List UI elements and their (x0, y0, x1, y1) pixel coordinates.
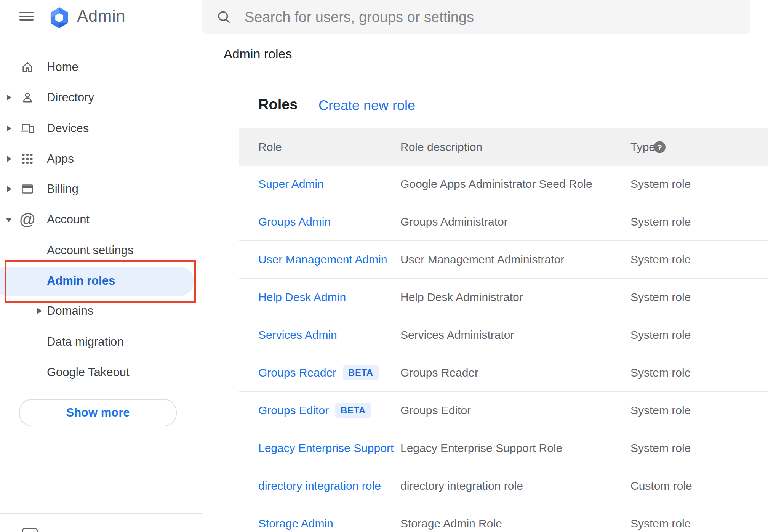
table-row: Help Desk Admin Help Desk Administrator … (239, 279, 768, 316)
table-row: Super Admin Google Apps Administrator Se… (239, 165, 768, 203)
chevron-right-icon[interactable] (37, 308, 42, 314)
role-type: System role (630, 328, 691, 341)
roles-card: Roles Create new role Role Role descript… (239, 85, 768, 532)
column-header-description: Role description (400, 141, 482, 154)
help-icon[interactable]: ? (654, 141, 666, 153)
chevron-right-icon[interactable] (7, 125, 11, 131)
role-description: Google Apps Administrator Seed Role (400, 178, 592, 191)
role-link[interactable]: Groups Reader (258, 366, 336, 379)
chevron-down-icon[interactable] (6, 218, 12, 222)
role-description: User Management Administrator (400, 253, 564, 266)
role-description: Groups Administrator (400, 215, 508, 228)
home-icon (21, 60, 34, 74)
role-description: Storage Admin Role (400, 517, 502, 530)
table-row: Services Admin Services Administrator Sy… (239, 316, 768, 354)
sidebar-item-directory[interactable]: Directory (0, 82, 202, 113)
role-type: System role (630, 178, 691, 191)
role-link[interactable]: Help Desk Admin (258, 291, 346, 304)
sidebar-item-apps[interactable]: Apps (0, 144, 202, 174)
role-link[interactable]: User Management Admin (258, 253, 387, 266)
header-divider (202, 66, 768, 66)
sidebar-item-google-takeout[interactable]: Google Takeout (0, 357, 202, 388)
table-row: Legacy Enterprise Support Legacy Enterpr… (239, 429, 768, 467)
role-description: Help Desk Administrator (400, 291, 523, 304)
role-link[interactable]: Super Admin (258, 178, 324, 191)
sidebar-section-divider (0, 513, 202, 514)
role-description: Groups Editor (400, 404, 471, 417)
credit-card-icon (21, 182, 34, 196)
sidebar-item-account[interactable]: @ Account (0, 204, 202, 235)
role-type: Custom role (630, 479, 692, 492)
role-type: System role (630, 291, 691, 304)
roles-table-body: Super Admin Google Apps Administrator Se… (239, 165, 768, 532)
search-bar[interactable] (202, 0, 750, 34)
role-link[interactable]: Groups Editor (258, 404, 329, 417)
chevron-right-icon[interactable] (7, 95, 11, 101)
table-header-row: Role Role description Type ? (239, 128, 768, 166)
role-type: System role (630, 404, 691, 417)
role-type: System role (630, 442, 691, 455)
role-description: Services Administrator (400, 328, 514, 341)
table-row: Groups Reader BETA Groups Reader System … (239, 354, 768, 392)
table-row: directory integration role directory int… (239, 467, 768, 505)
sidebar-item-home[interactable]: Home (0, 52, 202, 82)
role-type: System role (630, 215, 691, 228)
beta-badge: BETA (335, 403, 371, 418)
role-description: Legacy Enterprise Support Role (400, 442, 562, 455)
table-row: Groups Admin Groups Administrator System… (239, 203, 768, 241)
hamburger-menu-icon[interactable] (19, 12, 34, 21)
table-row: Storage Admin Storage Admin Role System … (239, 505, 768, 532)
admin-console-page: Admin Home Directory (0, 0, 768, 532)
role-type: System role (630, 517, 691, 530)
annotation-highlight-box (5, 260, 196, 303)
role-link[interactable]: Services Admin (258, 328, 337, 341)
clipped-nav-icon (22, 528, 38, 532)
sidebar-item-devices[interactable]: Devices (0, 113, 202, 144)
show-more-button[interactable]: Show more (19, 399, 177, 426)
sidebar-item-data-migration[interactable]: Data migration (0, 327, 202, 357)
role-description: Groups Reader (400, 366, 478, 379)
beta-badge: BETA (343, 365, 379, 380)
sidebar-item-billing[interactable]: Billing (0, 174, 202, 204)
card-title: Roles (258, 96, 298, 113)
sidebar: Admin Home Directory (0, 0, 202, 532)
search-input[interactable] (244, 0, 741, 35)
role-type: System role (630, 366, 691, 379)
at-sign-icon: @ (19, 210, 36, 229)
person-icon (21, 91, 34, 104)
table-row: User Management Admin User Management Ad… (239, 241, 768, 279)
role-link[interactable]: Storage Admin (258, 517, 333, 530)
search-icon (216, 9, 231, 24)
role-type: System role (630, 253, 691, 266)
role-link[interactable]: Legacy Enterprise Support (258, 442, 394, 455)
column-header-type: Type (630, 141, 655, 154)
devices-icon (21, 122, 34, 135)
role-link[interactable]: directory integration role (258, 479, 381, 492)
chevron-right-icon[interactable] (7, 186, 11, 192)
column-header-role: Role (258, 141, 282, 154)
table-row: Groups Editor BETA Groups Editor System … (239, 392, 768, 429)
chevron-right-icon[interactable] (7, 156, 11, 162)
app-title: Admin (77, 6, 125, 26)
create-new-role-link[interactable]: Create new role (318, 98, 415, 114)
role-link[interactable]: Groups Admin (258, 215, 331, 228)
role-description: directory integration role (400, 479, 523, 492)
admin-hexagon-icon (49, 7, 70, 29)
breadcrumb: Admin roles (224, 46, 292, 61)
apps-grid-icon (21, 152, 34, 166)
